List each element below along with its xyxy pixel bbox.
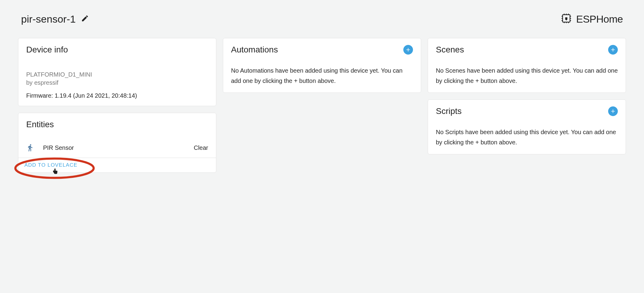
highlight-annotation	[12, 157, 97, 180]
scripts-card: Scripts No Scripts have been added using…	[428, 99, 626, 154]
device-firmware: Firmware: 1.19.4 (Jun 24 2021, 20:48:14)	[26, 92, 208, 99]
column-2: Automations No Automations have been add…	[223, 38, 421, 93]
entities-actions: ADD TO LOVELACE	[18, 158, 216, 172]
brand-name: ESPHome	[576, 13, 623, 25]
device-info-header: Device info	[26, 45, 208, 55]
entity-row[interactable]: PIR Sensor Clear	[18, 138, 216, 158]
automations-empty-text: No Automations have been added using thi…	[231, 65, 413, 86]
brand: ESPHome	[560, 12, 623, 26]
plus-icon	[405, 47, 411, 53]
device-platform: PLATFORMIO_D1_MINI	[26, 71, 208, 78]
column-1: Device info PLATFORMIO_D1_MINI by espres…	[18, 38, 216, 173]
device-info-body: PLATFORMIO_D1_MINI by espressif Firmware…	[26, 71, 208, 99]
device-manufacturer: by espressif	[26, 79, 208, 86]
entities-header: Entities	[18, 113, 216, 138]
scripts-title: Scripts	[436, 106, 462, 116]
walk-icon	[26, 143, 41, 152]
page-header: pir-sensor-1 ESPHome	[18, 12, 626, 26]
device-info-title: Device info	[26, 45, 68, 55]
column-3: Scenes No Scenes have been added using t…	[428, 38, 626, 154]
add-script-button[interactable]	[608, 106, 618, 116]
svg-point-1	[15, 159, 94, 178]
plus-icon	[610, 47, 616, 53]
device-info-card: Device info PLATFORMIO_D1_MINI by espres…	[18, 38, 216, 106]
entities-card: Entities PIR Sensor Clear ADD TO LOVELAC…	[18, 113, 216, 173]
cursor-icon	[52, 168, 58, 176]
device-name: pir-sensor-1	[21, 13, 76, 25]
automations-title: Automations	[231, 45, 278, 55]
chip-icon	[560, 12, 573, 26]
entities-title: Entities	[26, 120, 208, 129]
scenes-empty-text: No Scenes have been added using this dev…	[436, 65, 618, 86]
automations-header: Automations	[231, 45, 413, 55]
device-title-row: pir-sensor-1	[21, 13, 89, 25]
scenes-header: Scenes	[436, 45, 618, 55]
plus-icon	[610, 108, 616, 114]
cards-grid: Device info PLATFORMIO_D1_MINI by espres…	[18, 38, 626, 173]
scripts-empty-text: No Scripts have been added using this de…	[436, 127, 618, 147]
scripts-header: Scripts	[436, 106, 618, 116]
entity-state: Clear	[194, 144, 208, 151]
entity-name: PIR Sensor	[41, 144, 194, 151]
add-automation-button[interactable]	[403, 45, 413, 55]
pencil-icon[interactable]	[81, 14, 89, 24]
automations-card: Automations No Automations have been add…	[223, 38, 421, 93]
add-scene-button[interactable]	[608, 45, 618, 55]
scenes-title: Scenes	[436, 45, 464, 55]
add-to-lovelace-button[interactable]: ADD TO LOVELACE	[24, 162, 77, 168]
scenes-card: Scenes No Scenes have been added using t…	[428, 38, 626, 93]
